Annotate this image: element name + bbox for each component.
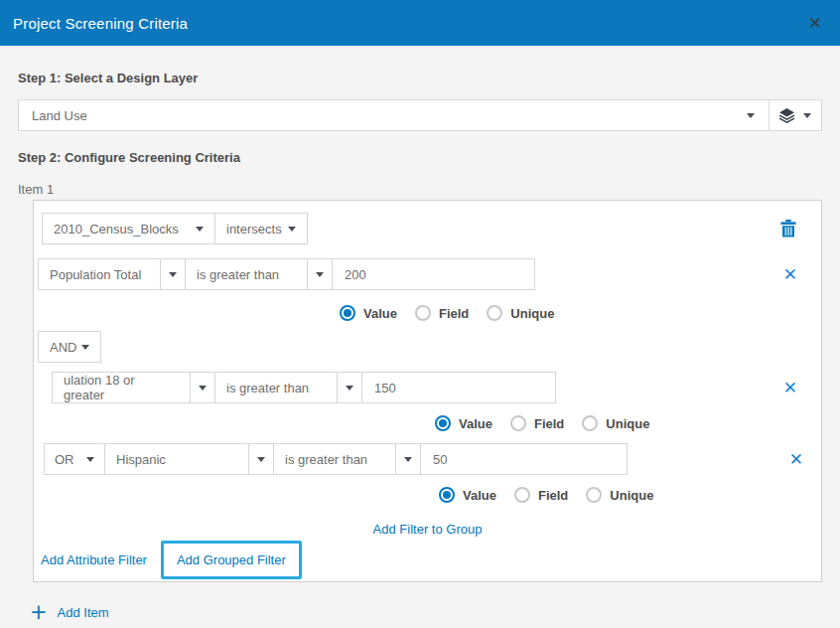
chevron-down-icon [346, 386, 353, 391]
radio-field-label: Field [439, 306, 469, 321]
chevron-down-icon [288, 227, 296, 232]
trash-icon[interactable] [780, 220, 796, 237]
remove-filter-icon[interactable]: ✕ [783, 380, 797, 396]
field-dropdown-caret[interactable] [190, 372, 215, 403]
field-dropdown[interactable]: ulation 18 or greater [52, 372, 191, 403]
radio-value[interactable] [439, 487, 455, 503]
operator-dropdown[interactable]: is greater than [214, 372, 338, 403]
operator-value: is greater than [285, 452, 367, 467]
value-type-radios: Value Field Unique [340, 305, 821, 321]
layer-list-button[interactable] [770, 100, 821, 130]
radio-unique[interactable] [487, 305, 502, 321]
spatial-operator-value: intersects [226, 222, 282, 236]
step1-label: Step 1: Select a Design Layer [18, 71, 822, 85]
dialog-header: Project Screening Criteria ✕ [0, 0, 840, 46]
project-screening-dialog: Project Screening Criteria ✕ Step 1: Sel… [0, 0, 840, 623]
group-logic-value: AND [50, 340, 76, 355]
radio-unique[interactable] [582, 415, 598, 431]
grouped-filter-row: OR Hispanic is greater than ✕ [44, 443, 821, 475]
field-dropdown[interactable]: Population Total [38, 258, 161, 290]
radio-field-label: Field [534, 416, 564, 431]
operator-dropdown-caret[interactable] [395, 443, 421, 475]
chevron-down-icon [86, 457, 94, 462]
chevron-down-icon [803, 113, 811, 118]
value-type-radios: Value Field Unique [439, 487, 821, 503]
chevron-down-icon [196, 227, 204, 232]
radio-field[interactable] [514, 487, 530, 503]
field-value: ulation 18 or greater [64, 373, 179, 402]
remove-filter-icon[interactable]: ✕ [789, 451, 803, 468]
radio-field-label: Field [538, 488, 568, 503]
spatial-operator-dropdown[interactable]: intersects [214, 213, 308, 244]
layers-icon [778, 108, 795, 123]
layer-dropdown[interactable]: 2010_Census_Blocks [42, 213, 215, 244]
logic-dropdown[interactable]: OR [44, 443, 105, 475]
close-icon[interactable]: ✕ [808, 15, 822, 32]
design-layer-value: Land Use [19, 108, 747, 123]
item-label: Item 1 [18, 182, 822, 197]
plus-icon: + [30, 602, 48, 623]
radio-unique-label: Unique [610, 488, 653, 503]
radio-field[interactable] [415, 305, 431, 321]
remove-filter-icon[interactable]: ✕ [783, 266, 797, 283]
attribute-filter-row: Population Total is greater than ✕ [38, 258, 821, 290]
radio-field[interactable] [510, 415, 526, 431]
item-panel: 2010_Census_Blocks intersects [33, 200, 822, 582]
chevron-down-icon [257, 457, 265, 462]
add-attribute-filter-link[interactable]: Add Attribute Filter [41, 552, 147, 567]
add-item-button[interactable]: + Add Item [30, 602, 822, 623]
chevron-down-icon [169, 272, 177, 277]
group-logic-dropdown[interactable]: AND [38, 331, 101, 363]
radio-unique-label: Unique [510, 306, 554, 321]
layer-dropdown-value: 2010_Census_Blocks [54, 222, 179, 236]
field-value: Population Total [50, 267, 141, 282]
value-input[interactable] [332, 258, 535, 290]
operator-dropdown[interactable]: is greater than [273, 443, 396, 475]
operator-dropdown-caret[interactable] [307, 258, 333, 290]
radio-value[interactable] [340, 305, 355, 321]
operator-dropdown-caret[interactable] [337, 372, 362, 403]
operator-dropdown[interactable]: is greater than [185, 258, 308, 290]
field-dropdown[interactable]: Hispanic [104, 443, 249, 475]
design-layer-select[interactable]: Land Use [18, 99, 822, 131]
radio-unique-label: Unique [606, 416, 649, 431]
grouped-filter-row: ulation 18 or greater is greater than ✕ [52, 372, 821, 403]
value-input[interactable] [420, 443, 628, 475]
radio-value-label: Value [363, 306, 397, 321]
spatial-filter-row: 2010_Census_Blocks intersects [42, 213, 821, 244]
operator-value: is greater than [197, 267, 279, 282]
chevron-down-icon [199, 386, 207, 391]
radio-value[interactable] [435, 415, 451, 431]
add-grouped-filter-focus-box: Add Grouped Filter [161, 541, 302, 579]
radio-value-label: Value [459, 416, 492, 431]
chevron-down-icon [404, 457, 412, 462]
operator-value: is greater than [226, 381, 309, 395]
add-filter-to-group-link[interactable]: Add Filter to Group [373, 522, 483, 537]
add-grouped-filter-link[interactable]: Add Grouped Filter [177, 552, 286, 567]
dialog-title: Project Screening Criteria [13, 15, 188, 32]
add-item-label: Add Item [58, 605, 109, 620]
value-type-radios: Value Field Unique [435, 415, 821, 431]
value-input[interactable] [361, 372, 556, 403]
logic-value: OR [55, 452, 74, 467]
chevron-down-icon [81, 345, 89, 350]
field-dropdown-caret[interactable] [248, 443, 274, 475]
chevron-down-icon [316, 272, 324, 277]
field-value: Hispanic [116, 452, 166, 467]
step2-label: Step 2: Configure Screening Criteria [18, 150, 822, 165]
radio-value-label: Value [463, 488, 496, 503]
group-logic-row: AND [38, 331, 821, 363]
radio-unique[interactable] [586, 487, 602, 503]
chevron-down-icon [747, 113, 755, 118]
field-dropdown-caret[interactable] [160, 258, 186, 290]
